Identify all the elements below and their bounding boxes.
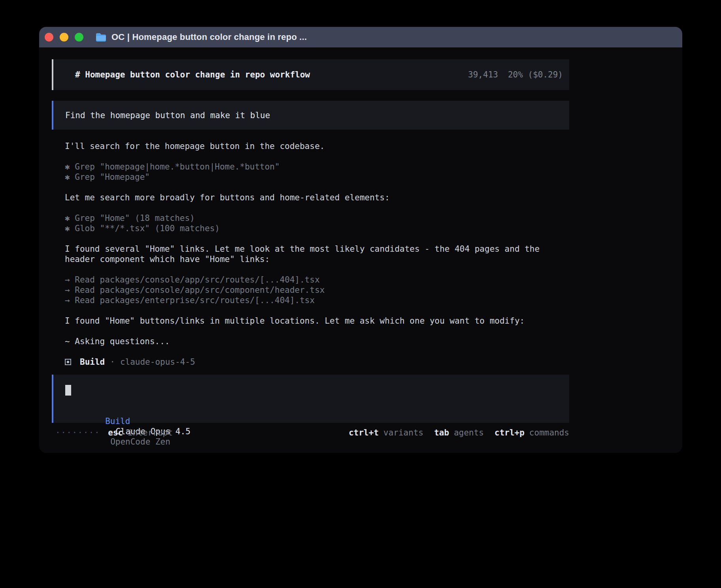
minimize-button[interactable] xyxy=(60,33,68,41)
assistant-text: I'll search for the homepage button in t… xyxy=(65,141,569,151)
assistant-text: I found "Home" buttons/links in multiple… xyxy=(65,316,569,326)
ctrl-p-key: ctrl+p xyxy=(495,428,525,438)
assistant-text: header component which have "Home" links… xyxy=(65,254,569,264)
transcript: I'll search for the homepage button in t… xyxy=(52,141,569,367)
provider-name: OpenCode Zen xyxy=(110,437,170,447)
terminal-content: # Homepage button color change in repo w… xyxy=(52,59,569,438)
commands-label: commands xyxy=(529,428,569,438)
tool-call-glob: ✱ Glob "**/*.tsx" (100 matches) xyxy=(65,223,569,234)
folder-icon xyxy=(96,33,106,41)
status-bar: ········ esc interrupt ctrl+t variants t… xyxy=(52,428,569,438)
context-usage: 20% ($0.29) xyxy=(508,70,563,80)
session-header: # Homepage button color change in repo w… xyxy=(52,59,569,90)
tool-call-grep: ✱ Grep "homepage|home.*button|Home.*butt… xyxy=(65,162,569,172)
status-bar-right: ctrl+t variants tab agents ctrl+p comman… xyxy=(349,428,569,438)
esc-key: esc xyxy=(108,428,123,438)
tool-call-grep: ✱ Grep "Homepage" xyxy=(65,172,569,182)
shortcut-agents: tab agents xyxy=(434,428,484,438)
tool-call-read: → Read packages/enterprise/src/routes/[.… xyxy=(65,295,569,305)
session-stats: 39,413 20% ($0.29) xyxy=(468,70,563,80)
user-message-block: Find the homepage button and make it blu… xyxy=(52,101,569,130)
input-line[interactable] xyxy=(65,385,569,396)
assistant-text: Let me search more broadly for buttons a… xyxy=(65,192,569,203)
tool-call-read: → Read packages/console/app/src/routes/[… xyxy=(65,275,569,285)
assistant-text: I found several "Home" links. Let me loo… xyxy=(65,244,569,254)
spinner-dots-icon: ········ xyxy=(55,428,100,438)
session-title: # Homepage button color change in repo w… xyxy=(75,70,310,80)
tab-key: tab xyxy=(434,428,449,438)
editor-status-line: Build Claude Opus 4.5 OpenCode Zen xyxy=(65,406,569,416)
agent-status-row: Build · claude-opus-4-5 xyxy=(65,357,569,367)
zoom-button[interactable] xyxy=(75,33,83,41)
agent-name: Build xyxy=(80,357,105,367)
agent-mode-label: Build xyxy=(105,416,130,426)
shortcut-variants: ctrl+t variants xyxy=(349,428,423,438)
status-bar-left: ········ esc interrupt xyxy=(55,428,173,438)
ctrl-t-key: ctrl+t xyxy=(349,428,379,438)
token-count: 39,413 xyxy=(468,70,498,80)
interrupt-label: interrupt xyxy=(128,428,173,438)
titlebar[interactable]: OC | Homepage button color change in rep… xyxy=(39,27,682,47)
model-id: claude-opus-4-5 xyxy=(120,357,195,367)
user-message: Find the homepage button and make it blu… xyxy=(65,110,270,121)
shortcut-interrupt: esc interrupt xyxy=(108,428,173,438)
close-button[interactable] xyxy=(45,33,53,41)
assistant-status-text: ~ Asking questions... xyxy=(65,336,569,347)
prompt-editor[interactable]: Build Claude Opus 4.5 OpenCode Zen xyxy=(52,375,569,423)
variants-label: variants xyxy=(383,428,423,438)
tool-call-grep: ✱ Grep "Home" (18 matches) xyxy=(65,213,569,223)
separator-dot-icon: · xyxy=(110,357,115,367)
tool-call-read: → Read packages/console/app/src/componen… xyxy=(65,285,569,295)
agent-icon xyxy=(65,359,71,365)
terminal-window: OC | Homepage button color change in rep… xyxy=(39,27,682,453)
traffic-lights xyxy=(45,33,83,41)
text-cursor xyxy=(65,385,71,396)
window-title: OC | Homepage button color change in rep… xyxy=(111,32,307,42)
agents-label: agents xyxy=(454,428,484,438)
shortcut-commands: ctrl+p commands xyxy=(495,428,569,438)
